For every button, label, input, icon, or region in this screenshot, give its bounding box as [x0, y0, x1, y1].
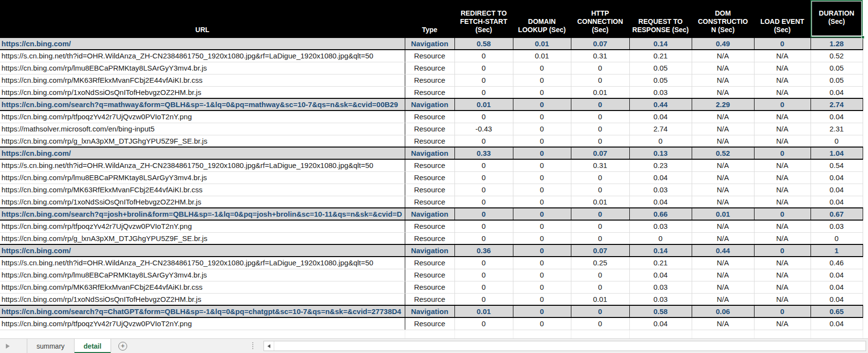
type-cell[interactable]: Resource: [405, 135, 454, 147]
dom-construction-cell[interactable]: N/A: [692, 269, 754, 281]
dom-construction-cell[interactable]: N/A: [692, 317, 754, 330]
load-event-cell[interactable]: N/A: [754, 196, 811, 208]
url-cell[interactable]: https://cn.bing.com/: [0, 244, 405, 257]
load-event-cell[interactable]: N/A: [754, 220, 811, 232]
redirect-to-fetch-start-cell[interactable]: 0: [454, 111, 513, 123]
url-cell[interactable]: https://cn.bing.com/rp/tfpoqzYv42r7UjQvz…: [0, 317, 405, 330]
domain-lookup-cell[interactable]: 0: [513, 220, 571, 232]
domain-lookup-cell[interactable]: 0: [513, 184, 571, 196]
type-cell[interactable]: Resource: [405, 269, 454, 281]
dom-construction-cell[interactable]: N/A: [692, 171, 754, 184]
duration-cell[interactable]: 0.67: [811, 208, 863, 220]
load-event-cell[interactable]: N/A: [754, 123, 811, 135]
http-connection-cell[interactable]: 0: [571, 135, 629, 147]
request-to-response-cell[interactable]: 0.21: [629, 50, 692, 62]
request-to-response-cell[interactable]: 0.58: [629, 305, 692, 317]
http-connection-cell[interactable]: 0: [571, 305, 629, 317]
load-event-cell[interactable]: N/A: [754, 293, 811, 305]
tab-detail[interactable]: detail: [75, 339, 112, 353]
http-connection-cell[interactable]: 0: [571, 281, 629, 293]
request-to-response-cell[interactable]: 0.03: [629, 184, 692, 196]
redirect-to-fetch-start-cell[interactable]: 0: [454, 86, 513, 98]
load-event-cell[interactable]: N/A: [754, 257, 811, 269]
request-to-response-cell[interactable]: 0: [629, 135, 692, 147]
request-to-response-cell[interactable]: 2.74: [629, 123, 692, 135]
url-cell[interactable]: https://cn.bing.com/search?q=mathway&for…: [0, 98, 405, 111]
url-cell[interactable]: https://cn.bing.com/rp/g_lxnA3pXM_DTJGhg…: [0, 232, 405, 244]
dom-construction-cell[interactable]: 0.44: [692, 244, 754, 257]
load-event-cell[interactable]: N/A: [754, 159, 811, 171]
duration-cell[interactable]: 0.04: [811, 281, 863, 293]
column-header-load-event[interactable]: LOAD EVENT (Sec): [754, 0, 811, 37]
http-connection-cell[interactable]: 0: [571, 317, 629, 330]
column-header-type[interactable]: Type: [405, 0, 454, 37]
column-header-domain-lookup[interactable]: DOMAIN LOOKUP (Sec): [513, 0, 571, 37]
http-connection-cell[interactable]: 0: [571, 74, 629, 86]
type-cell[interactable]: Resource: [405, 281, 454, 293]
redirect-to-fetch-start-cell[interactable]: 0: [454, 257, 513, 269]
domain-lookup-cell[interactable]: 0: [513, 208, 571, 220]
column-header-http-connection[interactable]: HTTP CONNECTION (Sec): [571, 0, 629, 37]
domain-lookup-cell[interactable]: 0: [513, 257, 571, 269]
request-to-response-cell[interactable]: 0: [629, 232, 692, 244]
domain-lookup-cell[interactable]: 0: [513, 74, 571, 86]
duration-cell[interactable]: 0.04: [811, 171, 863, 184]
http-connection-cell[interactable]: 0.01: [571, 196, 629, 208]
column-header-duration-selected[interactable]: DURATION (Sec): [811, 0, 863, 37]
url-cell[interactable]: https://cn.bing.com/rp/lmu8EBCaPRMKtay8L…: [0, 171, 405, 184]
dom-construction-cell[interactable]: N/A: [692, 50, 754, 62]
domain-lookup-cell[interactable]: 0: [513, 232, 571, 244]
request-to-response-cell[interactable]: 0.04: [629, 196, 692, 208]
http-connection-cell[interactable]: 0.31: [571, 159, 629, 171]
redirect-to-fetch-start-cell[interactable]: 0: [454, 159, 513, 171]
http-connection-cell[interactable]: 0.25: [571, 257, 629, 269]
duration-cell[interactable]: 0.04: [811, 293, 863, 305]
http-connection-cell[interactable]: 0: [571, 171, 629, 184]
dom-construction-cell[interactable]: 0.06: [692, 305, 754, 317]
redirect-to-fetch-start-cell[interactable]: 0: [454, 220, 513, 232]
sheet-nav-next-icon[interactable]: [6, 344, 10, 349]
duration-cell[interactable]: 0.04: [811, 196, 863, 208]
load-event-cell[interactable]: 0: [754, 244, 811, 257]
url-cell[interactable]: https://s.cn.bing.net/th?id=OHR.WildAnza…: [0, 159, 405, 171]
redirect-to-fetch-start-cell[interactable]: 0: [454, 62, 513, 74]
duration-cell[interactable]: 0: [811, 135, 863, 147]
load-event-cell[interactable]: 0: [754, 98, 811, 111]
url-cell[interactable]: https://cn.bing.com/rp/lmu8EBCaPRMKtay8L…: [0, 269, 405, 281]
type-cell[interactable]: Navigation: [405, 37, 454, 50]
request-to-response-cell[interactable]: 0.66: [629, 208, 692, 220]
redirect-to-fetch-start-cell[interactable]: 0: [454, 74, 513, 86]
tab-scroll-splitter[interactable]: [252, 342, 253, 349]
load-event-cell[interactable]: N/A: [754, 86, 811, 98]
column-header-redirect-to-fetch-start[interactable]: REDIRECT TO FETCH-START (Sec): [454, 0, 513, 37]
request-to-response-cell[interactable]: 0.04: [629, 317, 692, 330]
request-to-response-cell[interactable]: 0.04: [629, 171, 692, 184]
dom-construction-cell[interactable]: N/A: [692, 196, 754, 208]
column-header-dom-construction[interactable]: DOM CONSTRUCTIO N (Sec): [692, 0, 754, 37]
type-cell[interactable]: Resource: [405, 293, 454, 305]
load-event-cell[interactable]: N/A: [754, 269, 811, 281]
type-cell[interactable]: Resource: [405, 86, 454, 98]
redirect-to-fetch-start-cell[interactable]: 0: [454, 50, 513, 62]
redirect-to-fetch-start-cell[interactable]: 0: [454, 208, 513, 220]
redirect-to-fetch-start-cell[interactable]: 0.01: [454, 98, 513, 111]
redirect-to-fetch-start-cell[interactable]: 0: [454, 269, 513, 281]
url-cell[interactable]: https://cn.bing.com/rp/tfpoqzYv42r7UjQvz…: [0, 220, 405, 232]
http-connection-cell[interactable]: 0.07: [571, 37, 629, 50]
url-cell[interactable]: https://cn.bing.com/rp/1xoNdSsiOsQnITofH…: [0, 86, 405, 98]
domain-lookup-cell[interactable]: 0: [513, 293, 571, 305]
duration-cell[interactable]: 0.54: [811, 159, 863, 171]
dom-construction-cell[interactable]: N/A: [692, 86, 754, 98]
redirect-to-fetch-start-cell[interactable]: 0.36: [454, 244, 513, 257]
domain-lookup-cell[interactable]: 0: [513, 171, 571, 184]
url-cell[interactable]: https://mathsolver.microsoft.com/en/bing…: [0, 123, 405, 135]
duration-cell[interactable]: 0.04: [811, 317, 863, 330]
url-cell[interactable]: https://cn.bing.com/rp/tfpoqzYv42r7UjQvz…: [0, 111, 405, 123]
url-cell[interactable]: https://cn.bing.com/rp/1xoNdSsiOsQnITofH…: [0, 293, 405, 305]
duration-cell[interactable]: 0.46: [811, 257, 863, 269]
duration-cell[interactable]: 0.04: [811, 111, 863, 123]
redirect-to-fetch-start-cell[interactable]: 0.01: [454, 305, 513, 317]
http-connection-cell[interactable]: 0: [571, 232, 629, 244]
url-cell[interactable]: https://cn.bing.com/search?q=josh+brolin…: [0, 208, 405, 220]
load-event-cell[interactable]: N/A: [754, 74, 811, 86]
